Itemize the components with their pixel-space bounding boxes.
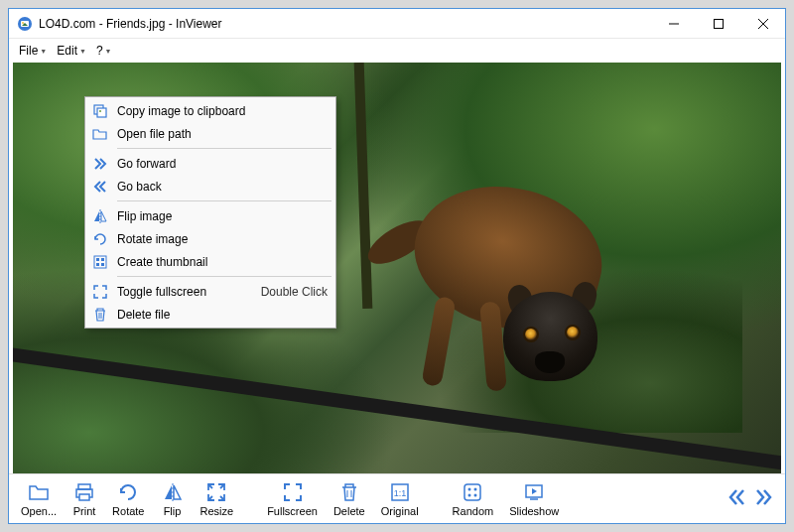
menu-help[interactable]: ? ▼ [92,42,116,60]
original-icon: 1:1 [388,480,412,504]
desktop-frame: LO4D.com - Friends.jpg - InViewer File ▼ [0,0,794,532]
menu-help-label: ? [96,44,103,58]
close-button[interactable] [740,9,785,38]
svg-point-2 [22,22,24,24]
ctx-delete[interactable]: Delete file [87,303,333,326]
separator [117,276,331,277]
ctx-label: Toggle fullscreen [117,285,261,299]
slideshow-icon [522,480,546,504]
tool-slideshow[interactable]: Slideshow [501,477,567,520]
maximize-button[interactable] [696,9,740,38]
maximize-icon [714,19,724,29]
folder-open-icon [91,125,109,143]
ctx-copy-image[interactable]: Copy image to clipboard [87,99,333,122]
titlebar: LO4D.com - Friends.jpg - InViewer [9,9,785,39]
tool-print[interactable]: Print [65,477,104,520]
tool-label: Original [381,505,419,517]
tool-open[interactable]: Open... [13,477,65,520]
tool-label: Rotate [112,505,144,517]
ctx-fullscreen[interactable]: Toggle fullscreen Double Click [87,280,333,303]
tool-delete[interactable]: Delete [326,477,373,520]
tool-rotate[interactable]: Rotate [104,477,152,520]
trash-icon [91,306,109,324]
menu-file-label: File [19,44,38,58]
tool-label: Delete [333,505,365,517]
minimize-icon [669,19,679,29]
separator [117,148,331,149]
context-menu: Copy image to clipboard Open file path G… [84,96,336,329]
tool-random[interactable]: Random [445,477,502,520]
svg-point-9 [99,110,101,112]
svg-rect-14 [101,263,104,266]
chevron-down-icon: ▼ [40,48,47,55]
tool-label: Random [453,505,494,517]
ctx-go-back[interactable]: Go back [87,175,333,198]
svg-rect-13 [96,263,99,266]
double-chevron-left-icon [726,486,747,508]
ctx-label: Flip image [117,209,328,223]
tool-label: Fullscreen [267,505,318,517]
tool-resize[interactable]: Resize [193,477,242,520]
svg-point-27 [468,494,471,497]
tool-label: Slideshow [509,505,559,517]
svg-point-26 [474,488,477,491]
fullscreen-icon [91,283,109,301]
tool-label: Print [73,505,96,517]
tool-flip[interactable]: Flip [153,477,193,520]
forward-icon [91,155,109,173]
minimize-button[interactable] [651,9,696,38]
svg-text:1:1: 1:1 [393,488,406,498]
window-controls [651,9,785,38]
app-icon [17,16,33,32]
fullscreen-icon [281,480,305,504]
close-icon [758,19,768,29]
svg-point-25 [468,488,471,491]
ctx-label: Go back [117,180,328,194]
ctx-label: Delete file [117,308,328,322]
flip-icon [91,207,109,225]
bottom-toolbar: Open... Print Rotate Flip [9,473,785,523]
ctx-shortcut: Double Click [261,285,328,299]
ctx-label: Rotate image [117,232,328,246]
menubar: File ▼ Edit ▼ ? ▼ [9,39,785,63]
svg-rect-10 [94,256,106,268]
separator [117,200,331,201]
rotate-icon [91,230,109,248]
nav-next-button[interactable] [751,484,777,513]
trash-icon [337,480,361,504]
tool-label: Flip [164,505,182,517]
random-icon [461,480,484,504]
tool-fullscreen[interactable]: Fullscreen [259,477,326,520]
svg-rect-12 [101,258,104,261]
tool-label: Open... [21,505,57,517]
ctx-rotate[interactable]: Rotate image [87,227,333,250]
ctx-open-path[interactable]: Open file path [87,122,333,145]
copy-icon [91,102,109,120]
thumbnail-icon [91,253,109,271]
menu-edit-label: Edit [57,44,77,58]
double-chevron-right-icon [753,486,775,508]
svg-rect-4 [714,19,723,28]
menu-file[interactable]: File ▼ [15,42,51,60]
flip-icon [161,480,185,504]
tool-label: Resize [200,505,234,517]
chevron-down-icon: ▼ [79,48,86,55]
ctx-label: Create thumbnail [117,255,328,269]
tool-original[interactable]: 1:1 Original [373,477,427,520]
resize-icon [204,480,228,504]
ctx-flip[interactable]: Flip image [87,204,333,227]
rotate-icon [116,480,140,504]
svg-rect-24 [464,484,480,500]
svg-rect-8 [97,108,106,117]
svg-rect-19 [79,494,89,500]
menu-edit[interactable]: Edit ▼ [53,42,90,60]
nav-prev-button[interactable] [724,484,749,513]
ctx-go-forward[interactable]: Go forward [87,152,333,175]
nav-arrows [724,484,781,513]
ctx-label: Open file path [117,127,328,141]
back-icon [91,178,109,196]
svg-rect-11 [96,258,99,261]
ctx-thumbnail[interactable]: Create thumbnail [87,250,333,273]
app-window: LO4D.com - Friends.jpg - InViewer File ▼ [8,8,786,524]
folder-open-icon [27,480,51,504]
